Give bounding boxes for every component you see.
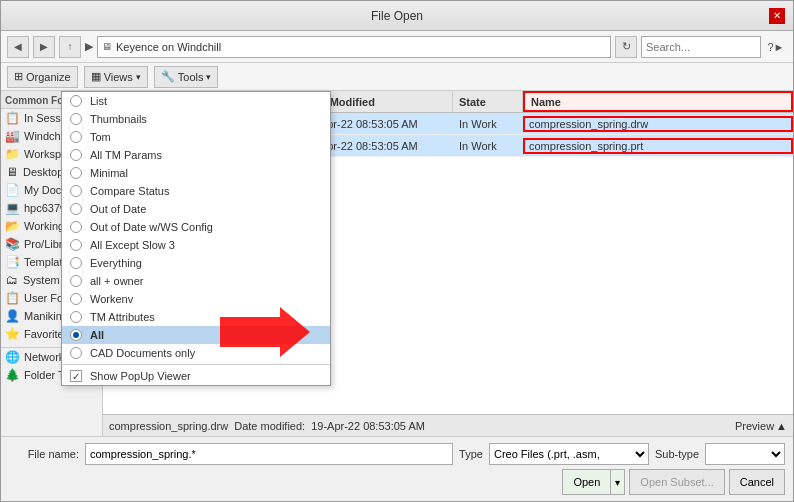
organize-label: Organize xyxy=(26,71,71,83)
radio-minimal xyxy=(70,167,82,179)
radio-out-of-date xyxy=(70,203,82,215)
tools-label: Tools xyxy=(178,71,204,83)
windchill-icon: 🏭 xyxy=(5,129,20,143)
radio-compare-status xyxy=(70,185,82,197)
nav-toolbar: ◀ ▶ ↑ ▶ 🖥 Keyence on Windchill ↻ ?► xyxy=(1,31,793,63)
location-icon: 🖥 xyxy=(102,41,112,52)
open-dropdown-arrow[interactable]: ▾ xyxy=(611,469,625,495)
dropdown-item-out-of-date[interactable]: Out of Date xyxy=(62,200,330,218)
desktop-icon: 🖥 xyxy=(5,165,19,179)
preview-label: Preview xyxy=(735,420,774,432)
radio-ood-ws xyxy=(70,221,82,233)
folder-tree-icon: 🌲 xyxy=(5,368,20,382)
title-bar: File Open ✕ xyxy=(1,1,793,31)
filename-row: File name: Type Creo Files (.prt, .asm, … xyxy=(9,443,785,465)
file-cell-name-right-1: compression_spring.drw xyxy=(523,116,793,132)
refresh-button[interactable]: ↻ xyxy=(615,36,637,58)
radio-all-except-slow3 xyxy=(70,239,82,251)
tools-icon: 🔧 xyxy=(161,70,175,83)
up-button[interactable]: ↑ xyxy=(59,36,81,58)
subtype-select[interactable] xyxy=(705,443,785,465)
col-header-state: State xyxy=(453,91,523,112)
radio-tm-attributes xyxy=(70,311,82,323)
in-session-icon: 📋 xyxy=(5,111,20,125)
radio-all xyxy=(70,329,82,341)
forward-button[interactable]: ▶ xyxy=(33,36,55,58)
dropdown-item-thumbnails[interactable]: Thumbnails xyxy=(62,110,330,128)
manikin-icon: 👤 xyxy=(5,309,20,323)
views-dropdown: List Thumbnails Tom All TM Params Minima… xyxy=(61,91,331,386)
file-cell-state-1: In Work xyxy=(453,116,523,132)
buttons-row: Open ▾ Open Subset... Cancel xyxy=(9,469,785,495)
dropdown-item-workenv[interactable]: Workenv xyxy=(62,290,330,308)
checkbox-show-popup xyxy=(70,370,82,382)
dropdown-divider xyxy=(62,364,330,365)
type-label: Type xyxy=(459,448,483,460)
subtype-label: Sub-type xyxy=(655,448,699,460)
templates-icon: 📑 xyxy=(5,255,20,269)
organize-icon: ⊞ xyxy=(14,70,23,83)
dropdown-item-list[interactable]: List xyxy=(62,92,330,110)
dropdown-item-compare-status[interactable]: Compare Status xyxy=(62,182,330,200)
help-button[interactable]: ?► xyxy=(765,36,787,58)
dropdown-item-tom[interactable]: Tom xyxy=(62,128,330,146)
bottom-bar: File name: Type Creo Files (.prt, .asm, … xyxy=(1,436,793,501)
working-dir-icon: 📂 xyxy=(5,219,20,233)
open-subset-button[interactable]: Open Subset... xyxy=(629,469,724,495)
location-bar: 🖥 Keyence on Windchill xyxy=(97,36,611,58)
col-header-name-right: Name xyxy=(523,91,793,112)
radio-cad-only xyxy=(70,347,82,359)
open-label: Open xyxy=(573,476,600,488)
preview-section: Preview ▲ xyxy=(735,420,787,432)
tools-dropdown-arrow: ▾ xyxy=(206,72,211,82)
my-docs-icon: 📄 xyxy=(5,183,20,197)
organize-button[interactable]: ⊞ Organize xyxy=(7,66,78,88)
dropdown-item-show-popup[interactable]: Show PopUp Viewer xyxy=(62,367,330,385)
views-dropdown-arrow: ▾ xyxy=(136,72,141,82)
preview-arrow: ▲ xyxy=(776,420,787,432)
pro-library-icon: 📚 xyxy=(5,237,20,251)
views-label: Views xyxy=(104,71,133,83)
status-info: compression_spring.drw Date modified: 19… xyxy=(109,420,425,432)
views-icon: ▦ xyxy=(91,70,101,83)
dropdown-item-ood-ws-config[interactable]: Out of Date w/WS Config xyxy=(62,218,330,236)
type-select[interactable]: Creo Files (.prt, .asm, xyxy=(489,443,649,465)
dropdown-item-all-except-slow3[interactable]: All Except Slow 3 xyxy=(62,236,330,254)
hpc-icon: 💻 xyxy=(5,201,20,215)
status-date-label: Date modified: xyxy=(234,420,305,432)
dropdown-item-everything[interactable]: Everything xyxy=(62,254,330,272)
search-input[interactable] xyxy=(641,36,761,58)
back-button[interactable]: ◀ xyxy=(7,36,29,58)
tools-button[interactable]: 🔧 Tools ▾ xyxy=(154,66,219,88)
user-formats-icon: 📋 xyxy=(5,291,20,305)
dropdown-item-all-plus-owner[interactable]: all + owner xyxy=(62,272,330,290)
views-button[interactable]: ▦ Views ▾ xyxy=(84,66,148,88)
dropdown-item-all[interactable]: All xyxy=(62,326,330,344)
status-filename: compression_spring.drw xyxy=(109,420,228,432)
open-button-group: Open ▾ xyxy=(562,469,625,495)
file-cell-state-2: In Work xyxy=(453,138,523,154)
status-bar: compression_spring.drw Date modified: 19… xyxy=(103,414,793,436)
radio-workenv xyxy=(70,293,82,305)
dropdown-item-cad-only[interactable]: CAD Documents only xyxy=(62,344,330,362)
dropdown-item-all-tm-params[interactable]: All TM Params xyxy=(62,146,330,164)
workspace-icon: 📁 xyxy=(5,147,20,161)
location-text: Keyence on Windchill xyxy=(116,41,221,53)
action-toolbar: ⊞ Organize ▦ Views ▾ 🔧 Tools ▾ List Thum… xyxy=(1,63,793,91)
radio-everything xyxy=(70,257,82,269)
file-cell-name-right-2: compression_spring.prt xyxy=(523,138,793,154)
radio-tom xyxy=(70,131,82,143)
filename-input[interactable] xyxy=(85,443,453,465)
close-button[interactable]: ✕ xyxy=(769,8,785,24)
radio-list xyxy=(70,95,82,107)
file-open-dialog: File Open ✕ ◀ ▶ ↑ ▶ 🖥 Keyence on Windchi… xyxy=(0,0,794,502)
open-button[interactable]: Open xyxy=(562,469,611,495)
dialog-title: File Open xyxy=(25,9,769,23)
radio-thumbnails xyxy=(70,113,82,125)
dropdown-item-tm-attributes[interactable]: TM Attributes xyxy=(62,308,330,326)
favorites-icon: ⭐ xyxy=(5,327,20,341)
cancel-button[interactable]: Cancel xyxy=(729,469,785,495)
radio-all-plus-owner xyxy=(70,275,82,287)
dropdown-item-minimal[interactable]: Minimal xyxy=(62,164,330,182)
system-formats-icon: 🗂 xyxy=(5,273,19,287)
